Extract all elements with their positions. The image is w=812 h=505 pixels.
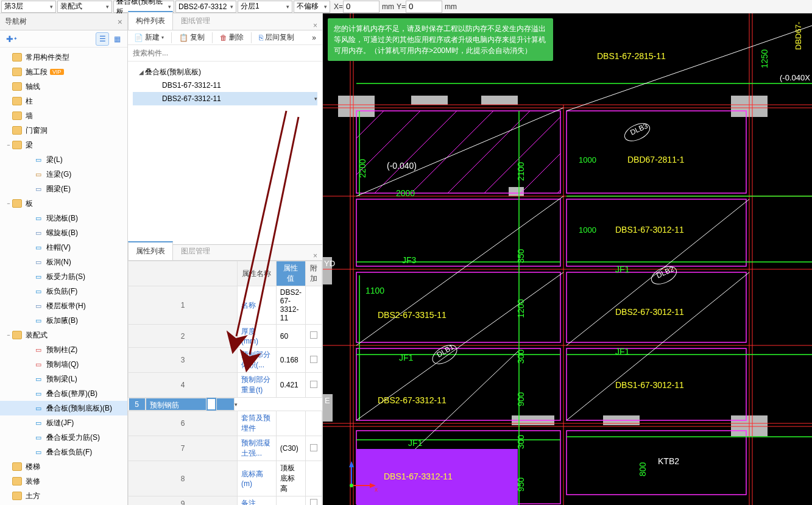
list-view-icon[interactable]: ☰ — [96, 32, 109, 46]
tree-item[interactable]: ▭板受力筋(S) — [0, 269, 127, 284]
tree-label: 墙 — [26, 111, 33, 121]
tab-component-list[interactable]: 构件列表 — [128, 11, 173, 30]
x-label: X= — [334, 2, 343, 11]
tree-label: 板洞(N) — [46, 257, 71, 267]
tree-item[interactable]: ▭板洞(N) — [0, 255, 127, 269]
property-row[interactable]: 6套筒及预埋件 — [129, 411, 322, 436]
property-row[interactable]: 9备注 — [129, 496, 322, 506]
x-input[interactable] — [343, 1, 380, 13]
y-input[interactable] — [406, 1, 442, 13]
y-unit: mm — [445, 2, 457, 11]
offset-select[interactable]: 不偏移 — [294, 1, 330, 13]
svg-text:E: E — [325, 396, 330, 405]
nav-title: 导航树 × — [0, 13, 127, 30]
tab-layer-mgmt[interactable]: 图层管理 — [173, 242, 218, 260]
svg-text:950: 950 — [516, 477, 526, 492]
tree-item[interactable]: ▭叠合板(预制底板)(B) — [0, 401, 127, 415]
cad-drawing: x DBS1-67-2815-11 DBD67-2811-1 DBS1-67-3… — [323, 13, 812, 505]
cad-viewport[interactable]: 您的计算机内存不足，请及时保存工程以防内存不足发生内存溢出等风险，可通过关闭其他… — [323, 13, 812, 505]
property-row[interactable]: 1名称DBS2-67-3312-11 — [129, 286, 322, 325]
svg-text:DBS2-67-3315-11: DBS2-67-3315-11 — [378, 310, 447, 320]
tree-label: 常用构件类型 — [26, 52, 69, 63]
tree-item[interactable]: 门窗洞 — [0, 123, 127, 138]
tree-item[interactable]: 施工段VIP — [0, 65, 127, 79]
tree-item[interactable]: −梁 — [0, 138, 127, 152]
tree-label: 螺旋板(B) — [46, 228, 78, 238]
tree-label: 叠合板(整厚)(B) — [46, 389, 97, 399]
tree-item[interactable]: ▭螺旋板(B) — [0, 225, 127, 240]
floor-select[interactable]: 第3层 — [1, 1, 56, 13]
tree-item[interactable]: ▭连梁(G) — [0, 167, 127, 182]
tab-drawing-mgmt[interactable]: 图纸管理 — [173, 12, 218, 30]
tree-item[interactable]: ▭叠合板(整厚)(B) — [0, 386, 127, 401]
svg-text:300: 300 — [516, 349, 526, 364]
tree-label: 柱 — [26, 96, 33, 107]
svg-text:DBS1-67-3012-11: DBS1-67-3012-11 — [615, 380, 684, 390]
tree-item[interactable]: ▭预制墙(Q) — [0, 357, 127, 372]
tree-item[interactable]: ▭板加腋(B) — [0, 313, 127, 328]
add-icon[interactable]: ✚✦ — [5, 32, 18, 46]
component-item[interactable]: DBS1-67-3312-11 — [133, 79, 317, 92]
tree-item[interactable]: ▭叠合板负筋(F) — [0, 445, 127, 459]
svg-text:DBS1-67-3012-11: DBS1-67-3012-11 — [615, 225, 684, 235]
mid-panel: 构件列表 图纸管理 × 📄新建▾ 📋复制 🗑删除 ⎘层间复制 » ◢叠合板(预制… — [128, 13, 323, 505]
tree-item[interactable]: ▭柱帽(V) — [0, 240, 127, 255]
delete-button[interactable]: 🗑删除 — [217, 30, 246, 44]
property-row[interactable]: 7预制混凝土强...(C30) — [129, 436, 322, 461]
tree-item[interactable]: 土方 — [0, 489, 127, 503]
component-item[interactable]: DBS2-67-3312-11 — [133, 92, 317, 105]
tree-label: 梁 — [26, 140, 33, 150]
tree-item[interactable]: 装修 — [0, 474, 127, 489]
tree-item[interactable]: 常用构件类型 — [0, 50, 127, 65]
property-row[interactable]: 3预制部分体积(...0.168 — [129, 348, 322, 373]
tree-item[interactable]: ▭叠合板受力筋(S) — [0, 430, 127, 445]
comp-name-select[interactable]: DBS2-67-3312 — [175, 1, 236, 13]
svg-text:350: 350 — [516, 249, 526, 263]
svg-text:KTB2: KTB2 — [658, 456, 679, 466]
property-row[interactable]: 5预制钢筋 — [129, 398, 238, 411]
close-icon[interactable]: × — [308, 21, 322, 30]
tree-item[interactable]: −板 — [0, 196, 127, 211]
close-icon[interactable]: × — [308, 252, 322, 260]
svg-rect-5 — [481, 96, 518, 105]
tree-item[interactable]: −装配式 — [0, 328, 127, 342]
tree-label: 楼层板带(H) — [46, 301, 86, 311]
tree-label: 柱帽(V) — [46, 242, 71, 253]
tree-item[interactable]: 墙 — [0, 108, 127, 123]
property-row[interactable]: 4预制部分重量(t)0.421 — [129, 373, 322, 398]
close-icon[interactable]: × — [118, 17, 122, 27]
nav-tree[interactable]: 常用构件类型施工段VIP轴线柱墙门窗洞−梁▭梁(L)▭连梁(G)▭圈梁(E)−板… — [0, 48, 127, 505]
tree-label: 现浇板(B) — [46, 213, 78, 224]
tree-item[interactable]: ▭板缝(JF) — [0, 415, 127, 430]
tree-label: 土方 — [26, 491, 40, 501]
tree-label: 门窗洞 — [26, 125, 48, 136]
component-tree[interactable]: ◢叠合板(预制底板)DBS1-67-3312-11DBS2-67-3312-11 — [128, 62, 322, 244]
mid-tabs: 构件列表 图纸管理 × — [128, 13, 322, 30]
layer-copy-button[interactable]: ⎘层间复制 — [256, 30, 297, 44]
tree-label: 叠合板负筋(F) — [46, 447, 92, 457]
tree-item[interactable]: 楼梯 — [0, 459, 127, 474]
tree-item[interactable]: 柱 — [0, 94, 127, 108]
tree-item[interactable]: ▭板负筋(F) — [0, 284, 127, 298]
tree-item[interactable]: ▭预制梁(L) — [0, 372, 127, 386]
style-select[interactable]: 装配式 — [57, 1, 112, 13]
property-table[interactable]: 属性名称 属性值 附加 1名称DBS2-67-3312-112厚度(mm)603… — [128, 261, 322, 505]
svg-rect-4 — [411, 96, 448, 105]
more-icon[interactable]: » — [309, 32, 319, 44]
layer-select[interactable]: 分层1 — [238, 1, 292, 13]
tree-item[interactable]: 轴线 — [0, 79, 127, 94]
nav-panel: 导航树 × ✚✦ ☰ ▦ 常用构件类型施工段VIP轴线柱墙门窗洞−梁▭梁(L)▭… — [0, 13, 128, 505]
component-item[interactable]: ◢叠合板(预制底板) — [133, 65, 317, 79]
tree-label: 梁(L) — [46, 155, 63, 165]
tree-item[interactable]: ▭现浇板(B) — [0, 211, 127, 225]
tree-item[interactable]: ▭预制柱(Z) — [0, 342, 127, 357]
tree-item[interactable]: ▭圈梁(E) — [0, 182, 127, 196]
property-row[interactable]: 8底标高(m)顶板底标高 — [129, 461, 322, 496]
property-row[interactable]: 2厚度(mm)60 — [129, 325, 322, 348]
tree-item[interactable]: ▭梁(L) — [0, 152, 127, 167]
copy-button[interactable]: 📋复制 — [177, 30, 207, 44]
search-input[interactable] — [128, 45, 322, 61]
tree-item[interactable]: ▭楼层板带(H) — [0, 298, 127, 313]
new-button[interactable]: 📄新建▾ — [132, 30, 166, 44]
grid-view-icon[interactable]: ▦ — [110, 32, 124, 46]
